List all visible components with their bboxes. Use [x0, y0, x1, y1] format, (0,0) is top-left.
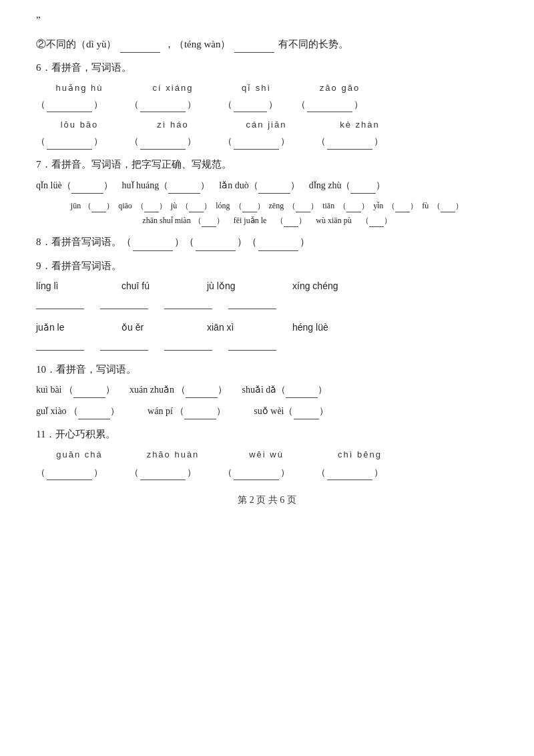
section7-item2: huǐ huáng（） [122, 178, 210, 194]
s10-item1: kuì bài （） [36, 382, 115, 398]
ans-fu[interactable] [441, 203, 455, 212]
answer-kezhan[interactable] [327, 149, 372, 150]
section-10: 10．看拼音，写词语。 kuì bài （） xuán zhuǎn （） shu… [36, 361, 498, 419]
section9-answer-row1 [36, 299, 498, 309]
answer-zaogao[interactable] [307, 112, 352, 112]
answer-chibeng[interactable] [327, 480, 372, 480]
answer-qishi[interactable] [234, 112, 267, 112]
section-7: 7．看拼音。写词语，把字写正确、写规范。 qǐn lüè（） huǐ huáng… [36, 156, 498, 227]
s10-item4: guǐ xiào （） [36, 403, 119, 419]
answer-juanle[interactable] [36, 340, 84, 351]
pinyin-group-zaogao: zāo gāo [296, 81, 383, 96]
pinyin-group-qishi: qǐ shì [223, 81, 290, 96]
section2-blank1[interactable] [120, 52, 160, 53]
answer-qinlve[interactable] [71, 184, 103, 194]
bracket-cixiang: （） [129, 97, 216, 113]
ans-zhan[interactable] [202, 218, 216, 227]
bracket-canjian: （） [223, 134, 310, 150]
ans-wu[interactable] [369, 218, 384, 227]
bracket-zaogao: （） [296, 97, 383, 113]
bracket-huanghù: （） [36, 97, 123, 113]
ans-zeng[interactable] [296, 203, 310, 212]
ans-yin[interactable] [395, 203, 410, 212]
section-6-pinyin-row1: huǎng hù cí xiáng qǐ shì zāo gāo [36, 81, 498, 96]
answer-s8-2[interactable] [196, 250, 236, 251]
section9-pinyin-row2: juǎn le ǒu ěr xiān xì héng lüè [36, 320, 498, 336]
answer-loubao[interactable] [47, 149, 92, 150]
pinyin-group-huanghù: huǎng hù [36, 81, 123, 96]
section7-item4: dǐng zhù（） [309, 178, 386, 194]
s10-item5: wán pí （） [148, 403, 226, 419]
section-8-title: 8．看拼音写词语。（）（）（） [36, 234, 498, 251]
pinyin-weiwu: wēi wù [223, 447, 310, 462]
answer-chuifu[interactable] [100, 299, 148, 309]
section10-row2: guǐ xiào （） wán pí （） suǒ wèi（） [36, 403, 498, 419]
section-2-title: ②不同的（dì yù） ，（téng wàn） 有不同的长势。 [36, 36, 498, 53]
ans-jun[interactable] [91, 203, 106, 212]
answer-cixiang[interactable] [140, 112, 186, 112]
bracket-loubao: （） [36, 134, 123, 150]
answer-zihao[interactable] [140, 149, 186, 150]
section-6-answer-row2: （） （） （） （） [36, 134, 498, 150]
section11-pinyin-row: guān chá zhāo huàn wēi wù chì bēng [36, 447, 498, 462]
answer-zhaohuan[interactable] [140, 480, 186, 480]
answer-landuó[interactable] [258, 184, 290, 194]
answer-s8-1[interactable] [133, 250, 173, 251]
section-10-title: 10．看拼音，写词语。 [36, 361, 498, 379]
answer-huihuang[interactable] [168, 184, 200, 194]
section-9-title: 9．看拼音写词语。 [36, 258, 498, 275]
section7-subrow2: zhān shuǐ miàn （） fēi juǎn le （） wù xiān… [142, 214, 391, 227]
section9-answer-row2 [36, 340, 498, 351]
section2-blank2[interactable] [234, 52, 274, 53]
answer-guancha[interactable] [47, 480, 92, 480]
s10-item2: xuán zhuǎn （） [129, 382, 227, 398]
section-6-pinyin-row2: lōu bāo zì háo cán jiān kè zhàn [36, 118, 498, 132]
s10-item3: shuǎi dǎ（） [242, 382, 327, 398]
section7-item3: lǎn duò（） [219, 178, 299, 194]
pinyin-chibeng: chì bēng [316, 447, 403, 462]
answer-s8-3[interactable] [258, 250, 298, 251]
section-7-main-row: qǐn lüè（） huǐ huáng（） lǎn duò（） dǐng zhù… [36, 178, 498, 194]
pinyin-group-cixiang: cí xiáng [129, 81, 216, 96]
ans-tian[interactable] [346, 203, 361, 212]
answer-xianxi[interactable] [164, 340, 212, 351]
pinyin-group-canjian: cán jiān [223, 118, 310, 132]
bracket-chibeng: （） [316, 465, 403, 481]
ans-qiao[interactable] [144, 203, 159, 212]
ans-kuibai[interactable] [73, 389, 105, 398]
answer-huanghù[interactable] [47, 112, 92, 112]
answer-weiwu[interactable] [234, 480, 279, 480]
answer-dingzhu[interactable] [350, 184, 376, 194]
page-footer: 第 2 页 共 6 页 [36, 492, 498, 508]
pinyin-guancha: guān chá [36, 447, 123, 462]
section7-subrows: jūn （） qiāo （） jù （） lóng （） zēng （） tiā… [36, 199, 498, 228]
ans-guixiao[interactable] [78, 410, 110, 419]
bracket-zhaohuan: （） [129, 465, 216, 481]
answer-lingli[interactable] [36, 299, 84, 309]
answer-ouer[interactable] [100, 340, 148, 351]
section-6-answer-row1: （） （） （） （） [36, 97, 498, 113]
answer-canjian[interactable] [234, 149, 279, 150]
ans-shuaida[interactable] [286, 389, 318, 398]
bracket-weiwu: （） [223, 465, 310, 481]
answer-julong[interactable] [164, 299, 212, 309]
bracket-kezhan: （） [316, 134, 403, 150]
ans-fei[interactable] [284, 218, 298, 227]
section-6: 6．看拼音，写词语。 huǎng hù cí xiáng qǐ shì zāo … [36, 59, 498, 150]
pinyin-group-zihao: zì háo [129, 118, 216, 132]
section-9: 9．看拼音写词语。 líng lì chuī fú jù lǒng xíng c… [36, 258, 498, 351]
ans-wanpi[interactable] [184, 410, 216, 419]
bracket-guancha: （） [36, 465, 123, 481]
section-6-title: 6．看拼音，写词语。 [36, 59, 498, 77]
answer-xingcheng[interactable] [228, 299, 276, 309]
section-8: 8．看拼音写词语。（）（）（） [36, 234, 498, 251]
ans-suowei[interactable] [294, 410, 319, 419]
ans-xuanzhuǎn[interactable] [186, 389, 218, 398]
answer-henglve[interactable] [228, 340, 276, 351]
ans-ju[interactable] [189, 203, 204, 212]
section11-answer-row: （） （） （） （） [36, 465, 498, 481]
section-7-title: 7．看拼音。写词语，把字写正确、写规范。 [36, 156, 498, 174]
section7-subrow1: jūn （） qiāo （） jù （） lóng （） zēng （） tiā… [71, 199, 463, 212]
ans-long[interactable] [242, 203, 257, 212]
bracket-zihao: （） [129, 134, 216, 150]
